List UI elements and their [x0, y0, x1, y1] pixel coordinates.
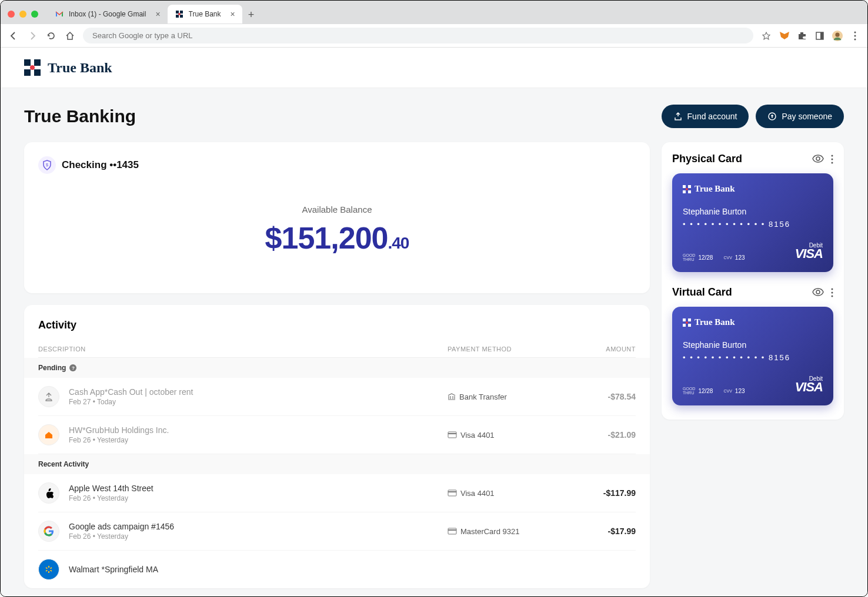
- merchant-icon: [38, 424, 59, 445]
- svg-point-48: [686, 321, 688, 324]
- more-icon[interactable]: [831, 288, 833, 297]
- menu-icon[interactable]: [850, 31, 860, 41]
- pay-someone-button[interactable]: Pay someone: [756, 105, 844, 128]
- pending-label-text: Pending: [38, 364, 66, 372]
- activity-row[interactable]: HW*GrubHub Holdings Inc. Feb 26 • Yester…: [38, 416, 636, 454]
- merchant-name: HW*GrubHub Holdings Inc.: [69, 425, 448, 435]
- card-brand: True Bank: [683, 317, 823, 327]
- svg-point-31: [816, 157, 820, 160]
- profile-avatar[interactable]: [832, 31, 843, 41]
- pending-section-label: Pending ?: [24, 358, 650, 378]
- card-footer: GOOD THRU 12/28 CVV 123 VISA: [683, 380, 823, 395]
- card-tools: [812, 288, 833, 297]
- virtual-card[interactable]: True Bank Stephanie Burton • • • • • • •…: [672, 307, 833, 405]
- method-text: Bank Transfer: [459, 393, 507, 401]
- svg-point-39: [686, 188, 688, 190]
- info-icon[interactable]: ?: [69, 364, 76, 371]
- col-payment: PAYMENT METHOD: [448, 346, 565, 353]
- svg-rect-15: [34, 69, 41, 76]
- activity-description: Walmart *Springfield MA: [69, 565, 636, 574]
- svg-point-43: [832, 295, 833, 297]
- card-icon: [448, 528, 457, 535]
- card-number: • • • • • • • • • • • • 8156: [683, 353, 823, 362]
- forward-button[interactable]: [26, 30, 38, 42]
- extension-icons: [779, 31, 860, 41]
- svg-rect-0: [176, 11, 179, 14]
- tab-gmail[interactable]: Inbox (1) - Google Gmail ×: [48, 5, 168, 24]
- svg-rect-21: [448, 490, 456, 496]
- url-bar[interactable]: Search Google or type a URL: [83, 28, 753, 43]
- sidepanel-icon[interactable]: [814, 31, 825, 41]
- card-icon: [448, 489, 457, 497]
- svg-line-30: [51, 568, 52, 569]
- fund-account-button[interactable]: Fund account: [662, 105, 749, 128]
- more-icon[interactable]: [831, 155, 833, 164]
- eye-icon[interactable]: [812, 155, 824, 164]
- svg-point-10: [854, 35, 856, 36]
- reload-button[interactable]: [45, 30, 57, 42]
- good-thru-label: GOOD THRU: [683, 253, 695, 261]
- tab-close-icon[interactable]: ×: [155, 9, 160, 19]
- tab-close-icon[interactable]: ×: [231, 9, 235, 19]
- eye-icon[interactable]: [812, 288, 824, 297]
- physical-card-head: Physical Card: [672, 153, 833, 165]
- bank-icon: [448, 393, 456, 400]
- good-thru-label: GOOD THRU: [683, 387, 695, 395]
- svg-rect-13: [34, 59, 41, 66]
- amount: -$117.99: [565, 488, 636, 498]
- bookmark-button[interactable]: [760, 30, 772, 42]
- brand[interactable]: True Bank: [24, 59, 844, 76]
- svg-point-42: [832, 291, 833, 293]
- svg-point-34: [832, 162, 833, 163]
- new-tab-button[interactable]: +: [242, 6, 261, 24]
- card-meta: GOOD THRU 12/28 CVV 123: [683, 387, 745, 395]
- payment-method: Visa 4401: [448, 431, 565, 440]
- good-thru-value: 12/28: [698, 388, 713, 394]
- maximize-window-button[interactable]: [31, 11, 38, 18]
- balance-main: $151,200: [265, 221, 388, 255]
- activity-description: Cash App*Cash Out | october rent Feb 27 …: [69, 387, 448, 406]
- card-section-title: Virtual Card: [672, 286, 732, 298]
- payment-method: Bank Transfer: [448, 393, 565, 401]
- card-type: Debit: [809, 242, 823, 249]
- recent-label-text: Recent Activity: [38, 460, 89, 468]
- activity-panel: Activity DESCRIPTION PAYMENT METHOD AMOU…: [24, 305, 650, 588]
- close-window-button[interactable]: [8, 11, 15, 18]
- activity-description: Google ads campaign #1456 Feb 26 • Yeste…: [69, 522, 448, 541]
- home-button[interactable]: [64, 30, 76, 42]
- activity-row[interactable]: Walmart *Springfield MA: [38, 551, 636, 588]
- page-title: True Banking: [24, 106, 136, 126]
- svg-rect-38: [688, 190, 691, 193]
- cvv-label: CVV: [723, 389, 732, 393]
- tabs: Inbox (1) - Google Gmail × True Bank × +: [48, 5, 860, 24]
- tab-title: True Bank: [189, 10, 221, 18]
- btn-label: Fund account: [687, 112, 737, 121]
- activity-row[interactable]: Cash App*Cash Out | october rent Feb 27 …: [38, 378, 636, 416]
- cardholder-name: Stephanie Burton: [683, 340, 823, 350]
- svg-point-8: [835, 32, 839, 36]
- gmail-icon: [55, 9, 64, 19]
- col-description: DESCRIPTION: [38, 346, 448, 353]
- balance-label: Available Balance: [38, 204, 636, 214]
- activity-row[interactable]: Apple West 14th Street Feb 26 • Yesterda…: [38, 474, 636, 512]
- metamask-icon[interactable]: [779, 31, 790, 41]
- cvv-value: 123: [735, 254, 745, 261]
- svg-rect-22: [448, 491, 456, 492]
- brand-name: True Bank: [48, 60, 112, 76]
- activity-table-head: DESCRIPTION PAYMENT METHOD AMOUNT: [38, 341, 636, 358]
- svg-rect-44: [683, 318, 686, 321]
- cards-panel: Physical Card True Bank Stephanie Burton…: [662, 142, 844, 420]
- account-name: Checking ••1435: [62, 159, 139, 171]
- svg-rect-36: [688, 185, 691, 188]
- minimize-window-button[interactable]: [19, 11, 26, 18]
- physical-card[interactable]: True Bank Stephanie Burton • • • • • • •…: [672, 173, 833, 272]
- svg-rect-47: [688, 324, 691, 327]
- tab-true-bank[interactable]: True Bank ×: [168, 5, 242, 24]
- extensions-icon[interactable]: [797, 31, 807, 41]
- activity-row[interactable]: Google ads campaign #1456 Feb 26 • Yeste…: [38, 512, 636, 551]
- shield-icon: $: [38, 156, 56, 174]
- activity-date: Feb 26 • Yesterday: [69, 494, 448, 502]
- main-column: $ Checking ••1435 Available Balance $151…: [24, 142, 650, 588]
- balance-amount: $151,200.40: [38, 220, 636, 256]
- back-button[interactable]: [8, 30, 19, 42]
